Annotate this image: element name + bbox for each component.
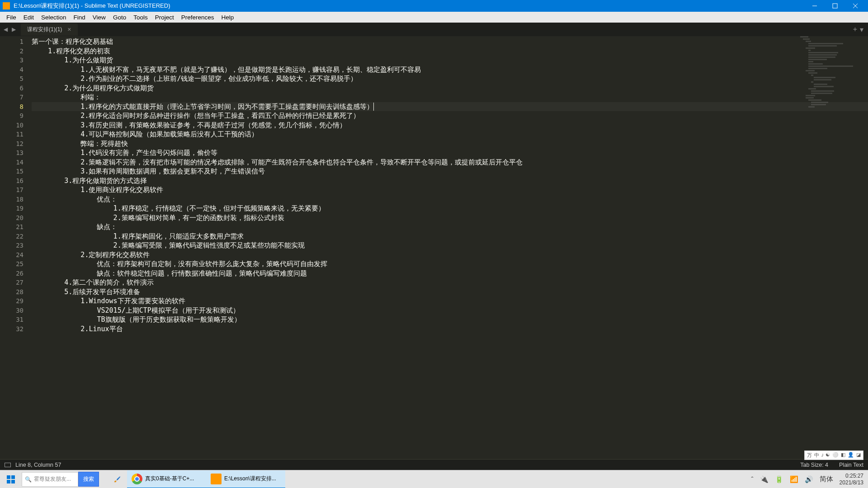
code-line[interactable]: 1.人无横财不富，马无夜草不肥（就是为了赚钱），但是做期货是长跑运动，赚钱容易，…	[32, 65, 868, 75]
ime-widget-char[interactable]: ᴊ	[821, 452, 824, 459]
minimap[interactable]	[800, 36, 868, 339]
code-line[interactable]: VS2015/上期CTP模拟平台（用于开发和测试）	[32, 306, 868, 315]
code-line[interactable]: 利端：	[32, 93, 868, 102]
menu-find[interactable]: Find	[70, 13, 89, 22]
line-number[interactable]: 10	[0, 121, 24, 130]
line-number[interactable]: 26	[0, 269, 24, 278]
code-line[interactable]: 优点：程序架构可自定制，没有商业软件那么庞大复杂，策略代码可自由发挥	[32, 259, 868, 269]
syntax-selector[interactable]: Plain Text	[839, 462, 863, 468]
taskbar-sublime-window[interactable]: E:\Lesson\课程安排...	[206, 470, 285, 488]
line-number[interactable]: 8	[0, 102, 24, 112]
line-number[interactable]: 6	[0, 84, 24, 93]
taskbar-paint-icon[interactable]: 🖌️	[107, 470, 127, 488]
new-tab-icon[interactable]: +	[853, 25, 857, 34]
menu-edit[interactable]: Edit	[20, 13, 38, 22]
minimize-button[interactable]	[804, 0, 825, 12]
menu-view[interactable]: View	[89, 13, 109, 22]
menu-tools[interactable]: Tools	[130, 13, 151, 22]
code-line[interactable]: 1.程序化交易的初衷	[32, 47, 868, 56]
line-number[interactable]: 20	[0, 213, 24, 223]
line-number[interactable]: 15	[0, 167, 24, 176]
code-line[interactable]: 2.策略编写受限，策略代码逻辑性强度不足或某些功能不能实现	[32, 241, 868, 250]
code-line[interactable]: 3.如果有跨周期数据调用，数据会更新不及时，产生错误信号	[32, 167, 868, 176]
code-line[interactable]: 1.程序稳定，行情稳定（不一定快，但对于低频策略来说，无关紧要）	[32, 204, 868, 213]
code-line[interactable]: 优点：	[32, 195, 868, 204]
line-number[interactable]: 7	[0, 93, 24, 102]
ime-widget-char[interactable]: ◧	[840, 452, 846, 459]
line-number[interactable]: 5	[0, 74, 24, 84]
panel-toggle-icon[interactable]	[5, 463, 11, 467]
tab-close-icon[interactable]: ×	[67, 26, 71, 33]
line-number[interactable]: 32	[0, 324, 24, 334]
code-line[interactable]: 缺点：	[32, 222, 868, 232]
menu-project[interactable]: Project	[151, 13, 178, 22]
ime-widget-char[interactable]: ◪	[856, 452, 861, 459]
code-line[interactable]: 弊端：死得超快	[32, 139, 868, 149]
line-number[interactable]: 28	[0, 287, 24, 297]
taskbar-clock[interactable]: 0:25:27 2021/8/13	[840, 473, 863, 486]
tab-size-selector[interactable]: Tab Size: 4	[800, 462, 828, 468]
code-line[interactable]: 1.使用商业程序化交易软件	[32, 185, 868, 195]
wifi-icon[interactable]: 📶	[790, 475, 798, 483]
line-number[interactable]: 27	[0, 278, 24, 287]
line-number[interactable]: 13	[0, 148, 24, 158]
cursor-position[interactable]: Line 8, Column 57	[15, 462, 61, 468]
taskbar-search-input[interactable]: 🔍 霍尊疑发朋友...	[22, 472, 78, 487]
ime-tray-widget[interactable]: 万中ᴊ☯⚪◧👤◪	[804, 450, 863, 460]
menu-help[interactable]: Help	[218, 13, 238, 22]
line-number[interactable]: 24	[0, 250, 24, 260]
code-line[interactable]: 1.为什么做期货	[32, 56, 868, 65]
menu-preferences[interactable]: Preferences	[178, 13, 218, 22]
line-number[interactable]: 14	[0, 158, 24, 167]
code-line[interactable]: TB旗舰版（用于历史数据获取和一般策略开发）	[32, 315, 868, 324]
ime-widget-char[interactable]: 中	[814, 452, 820, 459]
ime-widget-char[interactable]: 👤	[847, 452, 854, 459]
line-number[interactable]: 29	[0, 296, 24, 306]
code-line[interactable]: 2.程序化适合同时对多品种进行操作（想当年手工操盘，看四五个品种的行情已经是累死…	[32, 111, 868, 121]
line-number[interactable]: 1	[0, 37, 24, 47]
line-number[interactable]: 30	[0, 306, 24, 315]
line-number[interactable]: 25	[0, 259, 24, 269]
line-number[interactable]: 17	[0, 185, 24, 195]
line-number[interactable]: 19	[0, 204, 24, 213]
maximize-button[interactable]	[825, 0, 845, 12]
battery-icon[interactable]: 🔋	[775, 475, 783, 483]
line-number[interactable]: 18	[0, 195, 24, 204]
line-number[interactable]: 9	[0, 111, 24, 121]
menu-file[interactable]: File	[3, 13, 20, 22]
menu-goto[interactable]: Goto	[109, 13, 130, 22]
tab-back-button[interactable]: ◀	[2, 26, 9, 33]
code-line[interactable]: 1.Windows下开发需要安装的软件	[32, 296, 868, 306]
code-line[interactable]: 1.程序架构固化，只能适应大多数用户需求	[32, 232, 868, 241]
line-number[interactable]: 3	[0, 56, 24, 65]
line-number[interactable]: 4	[0, 65, 24, 75]
code-editor[interactable]: 第一个课：程序化交易基础 1.程序化交易的初衷 1.为什么做期货 1.人无横财不…	[32, 36, 868, 459]
line-number[interactable]: 31	[0, 315, 24, 324]
code-line[interactable]: 第一个课：程序化交易基础	[32, 37, 868, 47]
start-button[interactable]	[0, 470, 22, 488]
code-line[interactable]: 4.可以严格控制风险（如果加载策略后没有人工干预的话）	[32, 130, 868, 139]
taskbar-search-button[interactable]: 搜索	[78, 472, 99, 487]
line-number[interactable]: 21	[0, 222, 24, 232]
code-line[interactable]: 4.第二个课的简介，软件演示	[32, 278, 868, 287]
code-line[interactable]: 2.作为副业的不二选择（上班前/钱途一眼望穿，创业成功率低，风险较大，还不容易脱…	[32, 74, 868, 84]
tab-menu-icon[interactable]: ▾	[860, 25, 863, 34]
line-number[interactable]: 22	[0, 232, 24, 241]
ime-widget-char[interactable]: 万	[807, 452, 812, 459]
line-number[interactable]: 2	[0, 47, 24, 56]
tab-forward-button[interactable]: ▶	[10, 26, 17, 33]
ime-widget-char[interactable]: ⚪	[832, 452, 839, 459]
code-line[interactable]: 5.后续开发平台环境准备	[32, 287, 868, 297]
ime-indicator[interactable]: 简体	[820, 475, 833, 483]
close-button[interactable]	[845, 0, 865, 12]
code-line[interactable]: 1.程序化的方式能直接开始（理论上节省学习时间，因为不需要手工操盘需要时间去训练…	[32, 102, 868, 112]
code-line[interactable]: 2.策略逻辑不完善，没有把市场可能的情况考虑或排除，可能产生既符合开仓条件也符合…	[32, 158, 868, 167]
file-tab[interactable]: 课程安排(1)(1) ×	[21, 23, 78, 36]
code-line[interactable]: 2.为什么用程序化方式做期货	[32, 84, 868, 93]
code-line[interactable]: 2.定制程序化交易软件	[32, 250, 868, 260]
menu-selection[interactable]: Selection	[38, 13, 70, 22]
line-number[interactable]: 16	[0, 176, 24, 186]
code-line[interactable]: 3.程序化做期货的方式选择	[32, 176, 868, 186]
ime-widget-char[interactable]: ☯	[825, 452, 830, 459]
line-number[interactable]: 12	[0, 139, 24, 149]
